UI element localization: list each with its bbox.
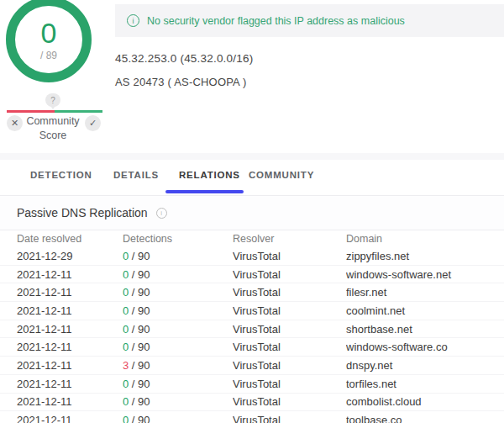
table-row: 2021-12-11 0 / 90 VirusTotal combolist.c…: [0, 394, 504, 412]
verdict-banner-text: No security vendor flagged this IP addre…: [147, 15, 405, 27]
vote-harmless-icon[interactable]: ✓: [85, 115, 101, 131]
date-resolved-cell: 2021-12-11: [0, 323, 123, 336]
resolver-cell: VirusTotal: [233, 268, 346, 281]
domain-link[interactable]: windows-software.co: [346, 341, 504, 353]
date-resolved-cell: 2021-12-11: [0, 414, 123, 423]
detections-cell[interactable]: 3 / 90: [123, 359, 233, 372]
detection-total: / 90: [129, 414, 150, 423]
date-resolved-cell: 2021-12-11: [0, 341, 123, 353]
detection-total: / 90: [129, 286, 150, 299]
detections-cell[interactable]: 0 / 90: [123, 304, 233, 317]
detections-cell[interactable]: 0 / 90: [123, 378, 233, 390]
column-header-resolver: Resolver: [233, 233, 346, 245]
detections-cell[interactable]: 0 / 90: [123, 268, 233, 281]
column-header-domain: Domain: [346, 233, 504, 245]
table-row: 2021-12-11 0 / 90 VirusTotal torfiles.ne…: [0, 375, 504, 394]
as-info-text: AS 20473 ( AS-CHOOPA ): [115, 76, 247, 88]
detection-total: / 90: [129, 378, 150, 390]
tab-detection[interactable]: DETECTION: [30, 170, 92, 180]
resolver-cell: VirusTotal: [233, 341, 346, 353]
detection-total: / 90: [129, 359, 150, 372]
detection-total: / 90: [129, 395, 150, 408]
resolver-cell: VirusTotal: [233, 304, 346, 317]
date-resolved-cell: 2021-12-11: [0, 268, 123, 281]
table-row: 2021-12-11 3 / 90 VirusTotal dnspy.net: [0, 357, 504, 375]
date-resolved-cell: 2021-12-11: [0, 304, 123, 317]
domain-link[interactable]: coolmint.net: [346, 304, 504, 317]
detections-cell[interactable]: 0 / 90: [123, 414, 233, 423]
detection-total: / 90: [129, 341, 150, 353]
section-title: Passive DNS Replication: [17, 206, 148, 219]
date-resolved-cell: 2021-12-11: [0, 395, 123, 408]
community-score-label: CommunityScore: [20, 114, 86, 143]
resolver-cell: VirusTotal: [233, 286, 346, 299]
resolver-cell: VirusTotal: [233, 250, 346, 262]
domain-link[interactable]: shortbase.net: [346, 323, 504, 336]
resolver-cell: VirusTotal: [233, 414, 346, 423]
dns-table-body: 2021-12-29 0 / 90 VirusTotal zippyfiles.…: [0, 247, 504, 423]
date-resolved-cell: 2021-12-11: [0, 359, 123, 372]
active-tab-indicator: [165, 190, 244, 193]
column-header-date: Date resolved: [0, 233, 123, 245]
section-info-icon[interactable]: i: [156, 208, 167, 219]
detections-cell[interactable]: 0 / 90: [123, 395, 233, 408]
domain-link[interactable]: torfiles.net: [346, 378, 504, 390]
table-row: 2021-12-11 0 / 90 VirusTotal windows-sof…: [0, 338, 504, 357]
domain-link[interactable]: filesr.net: [346, 286, 504, 299]
score-total: / 89: [40, 50, 57, 61]
date-resolved-cell: 2021-12-29: [0, 250, 123, 262]
community-label-line2: Score: [39, 130, 67, 141]
table-row: 2021-12-29 0 / 90 VirusTotal zippyfiles.…: [0, 247, 504, 266]
detection-total: / 90: [129, 304, 150, 317]
detections-cell[interactable]: 0 / 90: [123, 323, 233, 336]
detections-cell[interactable]: 0 / 90: [123, 341, 233, 353]
detection-score-gauge: 0 / 89: [6, 0, 92, 82]
date-resolved-cell: 2021-12-11: [0, 378, 123, 390]
domain-link[interactable]: combolist.cloud: [346, 395, 504, 408]
section-divider: [0, 153, 504, 160]
tab-relations[interactable]: RELATIONS: [179, 170, 240, 180]
detections-cell[interactable]: 0 / 90: [123, 286, 233, 299]
tab-community[interactable]: COMMUNITY: [249, 170, 314, 180]
score-bar-negative: [7, 110, 55, 113]
community-score-help-icon[interactable]: ?: [45, 93, 60, 107]
community-label-line1: Community: [26, 115, 79, 127]
report-header-card: 0 / 89 ? ✕ CommunityScore ✓ i No securit…: [0, 0, 504, 153]
info-circle-icon: i: [127, 14, 139, 27]
table-row: 2021-12-11 0 / 90 VirusTotal filesr.net: [0, 283, 504, 302]
resolver-cell: VirusTotal: [233, 359, 346, 372]
domain-link[interactable]: zippyfiles.net: [346, 250, 504, 262]
column-header-detections: Detections: [123, 233, 233, 245]
community-score-bar: [7, 110, 102, 113]
tab-details[interactable]: DETAILS: [113, 170, 159, 180]
domain-link[interactable]: dnspy.net: [346, 359, 504, 372]
domain-link[interactable]: toolbase.co: [346, 414, 504, 423]
table-row: 2021-12-11 0 / 90 VirusTotal shortbase.n…: [0, 320, 504, 339]
detection-total: / 90: [129, 268, 150, 281]
table-row: 2021-12-11 0 / 90 VirusTotal windows-sof…: [0, 266, 504, 284]
table-header-row: Date resolved Detections Resolver Domain: [0, 230, 504, 247]
passive-dns-section-header: Passive DNS Replication i: [0, 196, 504, 230]
report-tab-bar: DETECTION DETAILS RELATIONS COMMUNITY: [0, 160, 504, 196]
table-row: 2021-12-11 0 / 90 VirusTotal coolmint.ne…: [0, 302, 504, 320]
ip-address-text: 45.32.253.0 (45.32.0.0/16): [115, 52, 253, 65]
score-value: 0: [41, 19, 57, 47]
table-row: 2021-12-11 0 / 90 VirusTotal toolbase.co: [0, 411, 504, 423]
verdict-banner: i No security vendor flagged this IP add…: [115, 4, 504, 37]
domain-link[interactable]: windows-software.net: [346, 268, 504, 281]
detection-total: / 90: [129, 250, 150, 262]
date-resolved-cell: 2021-12-11: [0, 286, 123, 299]
detections-cell[interactable]: 0 / 90: [123, 250, 233, 262]
detection-total: / 90: [129, 323, 150, 336]
resolver-cell: VirusTotal: [233, 323, 346, 336]
score-bar-positive: [55, 110, 102, 113]
passive-dns-table: Date resolved Detections Resolver Domain…: [0, 230, 504, 423]
resolver-cell: VirusTotal: [233, 395, 346, 408]
resolver-cell: VirusTotal: [233, 378, 346, 390]
